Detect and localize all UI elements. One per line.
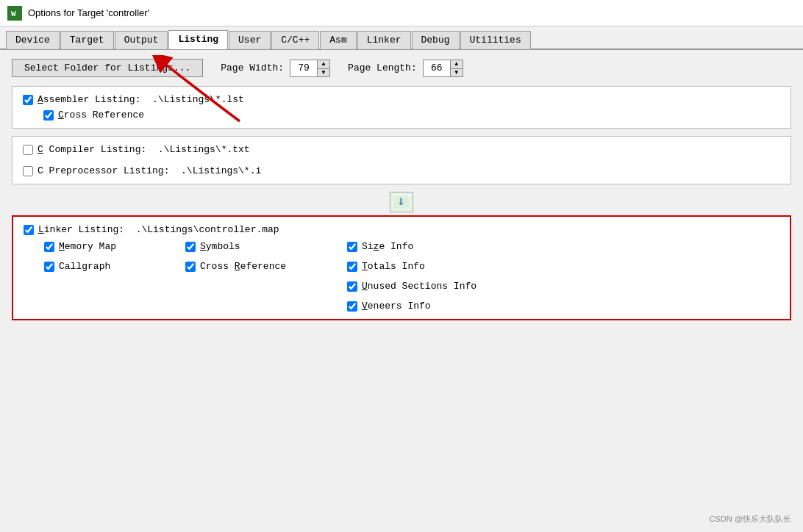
page-width-down[interactable]: ▼ [318,68,329,76]
c-preprocessor-label: C Preprocessor Listing: .\Listings\*.i [38,165,261,176]
top-controls: Select Folder for Listings... Page Width… [12,59,791,77]
assembler-section: Assembler Listing: .\Listings\*.lst Cros… [12,86,791,129]
tab-output[interactable]: Output [115,31,168,49]
c-compiler-listing-row: C Compiler Listing: .\Listings\*.txt [23,144,780,155]
callgraph-label: Callgraph [59,261,110,272]
symbols-label: Symbols [200,241,240,252]
tab-linker[interactable]: Linker [357,31,411,49]
unused-sections-checkbox[interactable] [347,281,357,292]
title-bar: W Options for Target 'controller' [0,0,803,26]
tab-user[interactable]: User [229,31,271,49]
tab-debug[interactable]: Debug [412,31,460,49]
linker-col-1: Memory Map Callgraph [24,241,185,312]
tab-listing[interactable]: Listing [168,30,228,49]
linker-section: Linker Listing: .\Listings\controller.ma… [12,215,791,320]
linker-cross-reference-checkbox[interactable] [185,262,196,272]
assembler-listing-checkbox[interactable] [23,95,33,105]
symbols-checkbox[interactable] [185,242,196,252]
page-length-input[interactable] [424,60,450,76]
linker-listing-label: Linker Listing: .\Listings\controller.ma… [38,224,279,235]
c-compiler-section: C Compiler Listing: .\Listings\*.txt C P… [12,136,791,184]
linker-col-2: Symbols Cross Reference [185,241,347,312]
unused-sections-row: Unused Sections Info [347,281,509,292]
page-width-label: Page Width: [221,62,284,73]
c-preprocessor-checkbox[interactable] [23,166,33,176]
memory-map-label: Memory Map [59,241,116,252]
tab-bar: Device Target Output Listing User C/C++ … [0,26,803,50]
assembler-listing-label: Assembler Listing: .\Listings\*.lst [38,94,244,105]
page-width-spinner[interactable]: ▲ ▼ [290,60,330,77]
totals-info-label: Totals Info [362,261,425,272]
veneers-info-checkbox[interactable] [347,301,357,312]
svg-text:⇓: ⇓ [397,196,405,207]
page-length-label: Page Length: [348,62,417,73]
cross-reference-row: Cross Reference [23,109,780,121]
unused-sections-label: Unused Sections Info [362,281,477,292]
tab-device[interactable]: Device [6,31,60,49]
cross-reference-label: Cross Reference [58,109,144,121]
linker-col-3: Size Info Totals Info Unused Sections In… [347,241,509,312]
size-info-row: Size Info [347,241,509,252]
cross-reference-checkbox[interactable] [43,110,54,121]
select-folder-button[interactable]: Select Folder for Listings... [12,59,203,77]
tab-target[interactable]: Target [60,31,114,49]
c-compiler-label: C Compiler Listing: .\Listings\*.txt [38,144,250,155]
app-icon: W [7,6,22,21]
page-length-spinner[interactable]: ▲ ▼ [423,60,463,77]
linker-cross-reference-label: Cross Reference [200,261,286,272]
title-text: Options for Target 'controller' [28,7,149,18]
symbols-row: Symbols [185,241,347,252]
svg-text:W: W [11,10,16,18]
page-width-up[interactable]: ▲ [318,60,329,68]
memory-map-checkbox[interactable] [44,242,54,252]
callgraph-checkbox[interactable] [44,262,54,272]
linker-listing-row: Linker Listing: .\Listings\controller.ma… [24,224,779,235]
tab-utilities[interactable]: Utilities [460,31,531,49]
c-preprocessor-row: C Preprocessor Listing: .\Listings\*.i [23,165,780,176]
page-width-input[interactable] [290,60,317,76]
assembler-listing-row: Assembler Listing: .\Listings\*.lst [23,94,780,105]
c-compiler-checkbox[interactable] [23,145,33,155]
linker-cross-reference-row: Cross Reference [185,261,347,272]
veneers-info-label: Veneers Info [362,301,431,312]
size-info-label: Size Info [362,241,413,252]
page-length-down[interactable]: ▼ [451,68,463,76]
callgraph-row: Callgraph [24,261,185,272]
collapse-icon-wrap: ⇓ [12,192,791,212]
size-info-checkbox[interactable] [347,242,357,252]
linker-options-grid: Memory Map Callgraph Symbols [24,241,779,312]
tab-asm[interactable]: Asm [320,31,356,49]
page-length-group: Page Length: ▲ ▼ [348,60,463,77]
page-width-group: Page Width: ▲ ▼ [221,60,330,77]
tab-cpp[interactable]: C/C++ [271,31,319,49]
collapse-button[interactable]: ⇓ [390,192,413,212]
memory-map-row: Memory Map [24,241,185,252]
totals-info-checkbox[interactable] [347,262,357,272]
totals-info-row: Totals Info [347,261,509,272]
watermark: CSDN @快乐大队队长 [710,514,791,525]
page-length-up[interactable]: ▲ [451,60,463,68]
linker-listing-checkbox[interactable] [24,225,34,235]
collapse-icon: ⇓ [394,196,409,208]
veneers-info-row: Veneers Info [347,301,509,312]
main-content: Select Folder for Listings... Page Width… [0,50,803,532]
